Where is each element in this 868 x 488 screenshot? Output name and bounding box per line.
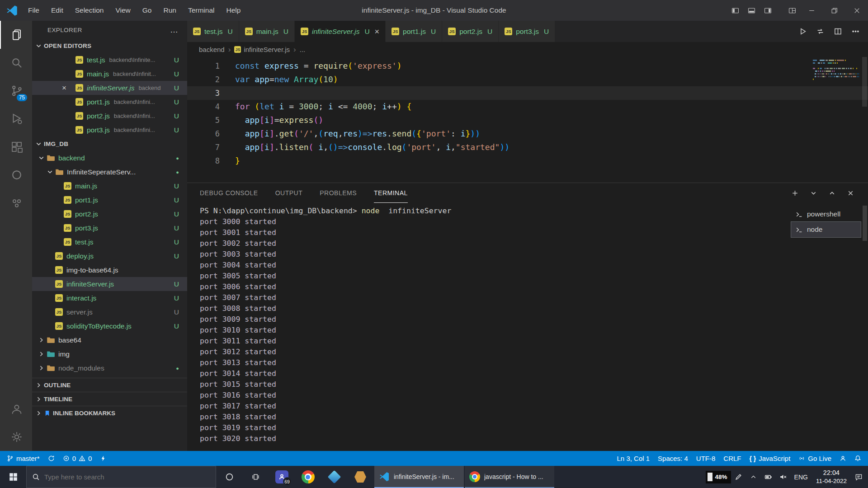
maximize-panel-icon[interactable] (828, 189, 836, 197)
more-actions-icon[interactable] (851, 27, 860, 36)
feedback-button[interactable] (835, 451, 850, 466)
open-editor-port2-js[interactable]: JSport2.jsbackend\Infini...U (32, 109, 187, 123)
editor-scrollbar[interactable] (862, 57, 867, 107)
code-line-4[interactable]: 4for (let i = 3000; i <= 4000; i++) { (187, 100, 868, 113)
breadcrumb-item-infiniteserver-js[interactable]: JSinfiniteServer.js (234, 46, 290, 53)
code-line-1[interactable]: 1const express = require('express') (187, 59, 868, 73)
search-input[interactable] (44, 473, 210, 481)
encoding-indicator[interactable]: UTF-8 (692, 451, 720, 466)
panel-tab-problems[interactable]: PROBLEMS (320, 183, 357, 203)
battery-percent-indicator[interactable]: 48% (706, 471, 731, 483)
panel-tab-debug-console[interactable]: DEBUG CONSOLE (200, 183, 258, 203)
extensions-icon[interactable] (0, 133, 32, 161)
open-editor-port3-js[interactable]: JSport3.jsbackend\Infini...U (32, 123, 187, 137)
panel-tab-terminal[interactable]: TERMINAL (374, 183, 408, 203)
lightning-indicator[interactable] (96, 451, 111, 466)
compare-changes-icon[interactable] (816, 27, 825, 36)
editor-tab-test-js[interactable]: JStest.jsU (187, 21, 239, 42)
terminal-profile-dropdown-icon[interactable] (810, 189, 817, 197)
cursor-position-indicator[interactable]: Ln 3, Col 1 (613, 451, 654, 466)
open-editors-section-header[interactable]: OPEN EDITORS (32, 39, 187, 53)
go-live-button[interactable]: Go Live (794, 451, 835, 466)
terminal-viewport[interactable]: PS N:\dapp\continue\img_DB\backend> node… (187, 203, 791, 451)
menu-run[interactable]: Run (157, 0, 182, 21)
tree-item-port2-js[interactable]: JSport2.jsU (32, 207, 187, 221)
restore-button[interactable] (823, 0, 845, 21)
teams-app-button[interactable]: 69 (269, 466, 295, 488)
extension-molecule-icon[interactable] (0, 189, 32, 217)
menu-view[interactable]: View (109, 0, 136, 21)
run-file-icon[interactable] (798, 27, 807, 36)
menu-file[interactable]: File (22, 0, 45, 21)
indentation-indicator[interactable]: Spaces: 4 (654, 451, 692, 466)
toggle-sidebar-icon[interactable] (727, 0, 743, 21)
menu-edit[interactable]: Edit (45, 0, 69, 21)
source-control-icon[interactable]: 75 (0, 77, 32, 105)
split-editor-icon[interactable] (834, 27, 842, 36)
editor-tab-main-js[interactable]: JSmain.jsU (239, 21, 294, 42)
diamond-app-button[interactable] (321, 466, 347, 488)
code-line-5[interactable]: 5 app[i]=express() (187, 113, 868, 127)
tree-item-server-js[interactable]: JSserver.jsU (32, 305, 187, 319)
terminal-session-node[interactable]: node (791, 222, 861, 237)
menu-help[interactable]: Help (221, 0, 247, 21)
git-branch-indicator[interactable]: master* (3, 451, 44, 466)
language-indicator[interactable]: ENG (791, 466, 811, 488)
section-outline[interactable]: OUTLINE (32, 378, 187, 392)
tree-item-base64[interactable]: base64 (32, 333, 187, 347)
code-line-2[interactable]: 2var app=new Array(10) (187, 73, 868, 86)
section-inline-bookmarks[interactable]: INLINE BOOKMARKS (32, 406, 187, 420)
editor-tab-infiniteserver-js[interactable]: JSinfiniteServer.jsU× (295, 21, 385, 42)
open-editor-main-js[interactable]: JSmain.jsbackend\Infinit...U (32, 67, 187, 81)
tree-item-img[interactable]: img (32, 347, 187, 361)
volume-tray-button[interactable] (776, 466, 791, 488)
account-icon[interactable] (0, 395, 32, 423)
close-icon[interactable]: × (375, 28, 380, 36)
task-view-button[interactable] (242, 466, 269, 488)
tree-item-soliditytobytecode-js[interactable]: JSsolidityToBytecode.jsU (32, 319, 187, 333)
pen-tray-button[interactable] (731, 466, 746, 488)
tree-item-node-modules[interactable]: node_modules● (32, 361, 187, 375)
close-button[interactable] (845, 0, 868, 21)
code-line-7[interactable]: 7 app[i].listen( i,()=>console.log('port… (187, 141, 868, 154)
language-mode-indicator[interactable]: { } JavaScript (745, 451, 794, 466)
tree-item-main-js[interactable]: JSmain.jsU (32, 179, 187, 193)
tree-item-interact-js[interactable]: JSinteract.jsU (32, 291, 187, 305)
tree-item-img-to-base64-js[interactable]: JSimg-to-base64.js (32, 263, 187, 277)
open-editor-test-js[interactable]: JStest.jsbackend\Infinite...U (32, 53, 187, 67)
tree-item-deploy-js[interactable]: JSdeploy.jsU (32, 249, 187, 263)
menu-selection[interactable]: Selection (69, 0, 110, 21)
section-timeline[interactable]: TIMELINE (32, 392, 187, 406)
open-editor-port1-js[interactable]: JSport1.jsbackend\Infini...U (32, 95, 187, 109)
toggle-panel-icon[interactable] (743, 0, 760, 21)
cortana-button[interactable] (216, 466, 242, 488)
more-actions-icon[interactable]: … (170, 25, 179, 35)
hidden-icons-button[interactable] (746, 466, 761, 488)
code-line-8[interactable]: 8} (187, 154, 868, 168)
start-button[interactable] (0, 466, 26, 488)
tree-item-port1-js[interactable]: JSport1.jsU (32, 193, 187, 207)
terminal-session-powershell[interactable]: powershell (791, 206, 861, 222)
tree-item-infiniteseperateserv[interactable]: InfiniteSeperateServ...● (32, 165, 187, 179)
close-panel-icon[interactable] (847, 189, 854, 197)
workspace-section-header[interactable]: IMG_DB (32, 137, 187, 151)
tree-item-port3-js[interactable]: JSport3.jsU (32, 221, 187, 235)
breadcrumb-item-[interactable]: ... (300, 46, 306, 53)
action-center-button[interactable] (851, 466, 866, 488)
vscode-task-button[interactable]: infiniteServer.js - im... (374, 466, 464, 488)
chrome-app-button[interactable] (295, 466, 321, 488)
breadcrumb-item-backend[interactable]: backend (199, 46, 225, 53)
code-line-6[interactable]: 6 app[i].get('/',(req,res)=>res.send({'p… (187, 127, 868, 141)
search-icon[interactable] (0, 49, 32, 77)
extension-circle-icon[interactable] (0, 161, 32, 189)
settings-gear-icon[interactable] (0, 423, 32, 451)
tree-item-infiniteserver-js[interactable]: JSinfiniteServer.jsU (32, 277, 187, 291)
new-terminal-icon[interactable] (791, 189, 799, 197)
open-editor-infiniteserver-js[interactable]: ×JSinfiniteServer.jsbackendU (32, 81, 187, 95)
tree-item-test-js[interactable]: JStest.jsU (32, 235, 187, 249)
chrome-task-button[interactable]: javascript - How to ... (465, 466, 554, 488)
toggle-secondary-sidebar-icon[interactable] (760, 0, 776, 21)
editor-tab-port2-js[interactable]: JSport2.jsU (442, 21, 498, 42)
minimap[interactable] (813, 60, 860, 81)
customize-layout-icon[interactable] (784, 0, 800, 21)
